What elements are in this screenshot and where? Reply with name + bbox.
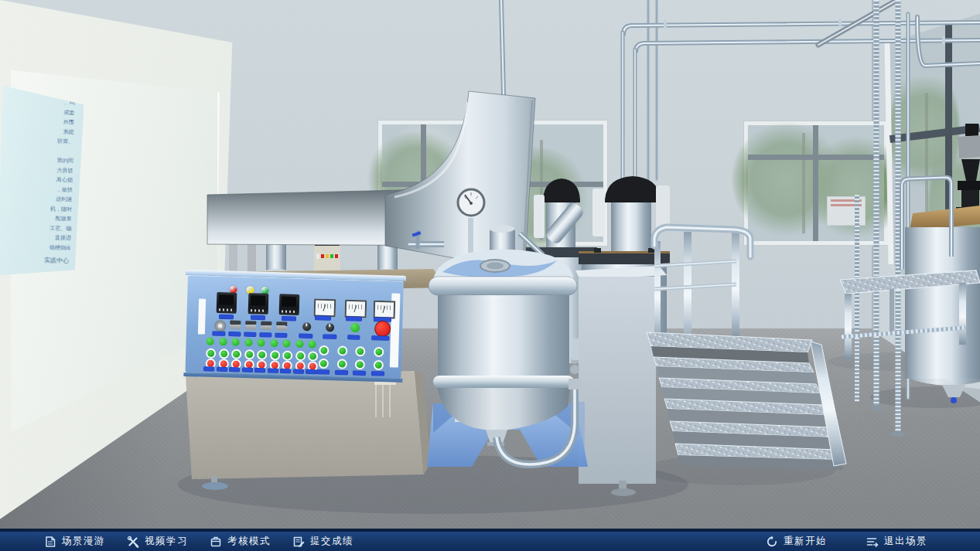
tank-valve[interactable] [951, 397, 957, 403]
panel-button[interactable] [270, 339, 278, 347]
panel-label-chip [217, 367, 227, 371]
panel-button[interactable] [337, 345, 347, 355]
toolbar-item-label: 视频学习 [145, 535, 188, 548]
toolbar-item-scene-roam[interactable]: 场景漫游 [44, 535, 105, 548]
control-console-panel[interactable] [185, 275, 403, 379]
toolbar-item-label: 提交成绩 [310, 535, 353, 548]
panel-button[interactable] [282, 339, 290, 347]
panel-label-chip [371, 372, 384, 376]
panel-button[interactable] [319, 345, 329, 355]
toolbox-icon [210, 536, 222, 548]
document-icon [44, 536, 56, 548]
panel-button[interactable] [231, 349, 241, 359]
panel-button[interactable] [319, 359, 329, 369]
toolbar-item-submit-score[interactable]: 提交成绩 [292, 535, 353, 548]
panel-button[interactable] [219, 338, 227, 345]
panel-label-chip [204, 367, 214, 371]
standpipes[interactable] [857, 0, 905, 437]
panel-button[interactable] [295, 350, 305, 360]
panel-button[interactable] [206, 338, 213, 345]
scene-viewport[interactable]: 、均 成套 外围 系统 软膏、 筒的间 力剪切 离心烧 ，最快 达到速 机，随时… [0, 0, 980, 551]
panel-button[interactable] [244, 338, 252, 346]
panel-label-chip [306, 369, 316, 373]
side-cabinet[interactable] [575, 266, 667, 496]
edit-document-icon [292, 536, 305, 548]
toolbar-item-label: 退出场景 [884, 535, 927, 548]
console-buttons-layer [185, 275, 403, 379]
panel-label-chip [293, 369, 303, 373]
panel-button[interactable] [308, 351, 318, 361]
toolbar-item-label: 重新开始 [784, 535, 827, 548]
panel-button[interactable] [257, 339, 265, 347]
crossed-tools-icon [127, 536, 139, 548]
panel-label-chip [335, 370, 347, 374]
panel-button[interactable] [373, 360, 383, 370]
panel-label-chip [281, 369, 291, 372]
panel-button[interactable] [257, 349, 267, 359]
toolbar-item-restart[interactable]: 重新开始 [766, 535, 827, 548]
toolbar-item-video-learning[interactable]: 视频学习 [127, 535, 188, 548]
toolbar-item-assessment-mode[interactable]: 考核模式 [210, 535, 271, 548]
panel-label-chip [230, 368, 240, 372]
panel-button[interactable] [336, 359, 347, 369]
platform-stairs[interactable] [647, 227, 846, 470]
panel-label-chip [242, 368, 252, 372]
panel-button[interactable] [244, 349, 254, 359]
toolbar-item-label: 考核模式 [227, 535, 271, 548]
panel-button[interactable] [231, 338, 239, 346]
panel-button[interactable] [219, 349, 229, 359]
bottom-toolbar: 场景漫游 视频学习 考核模式 [0, 529, 980, 551]
panel-button[interactable] [374, 347, 384, 357]
storage-tank-right[interactable] [905, 124, 980, 403]
panel-button[interactable] [269, 349, 279, 359]
panel-button[interactable] [282, 350, 292, 360]
machine-3d-scene[interactable] [0, 0, 980, 551]
panel-button[interactable] [308, 340, 316, 348]
panel-button[interactable] [355, 346, 365, 356]
panel-label-chip [255, 368, 265, 372]
exit-icon [866, 536, 879, 548]
toolbar-item-exit-scene[interactable]: 退出场景 [866, 535, 927, 548]
panel-button[interactable] [295, 340, 303, 348]
panel-label-chip [353, 371, 365, 375]
toolbar-item-label: 场景漫游 [62, 535, 105, 548]
panel-button[interactable] [355, 359, 365, 369]
panel-label-chip [316, 370, 329, 374]
panel-label-chip [268, 369, 278, 372]
panel-button[interactable] [206, 348, 216, 358]
restart-icon [766, 536, 778, 548]
